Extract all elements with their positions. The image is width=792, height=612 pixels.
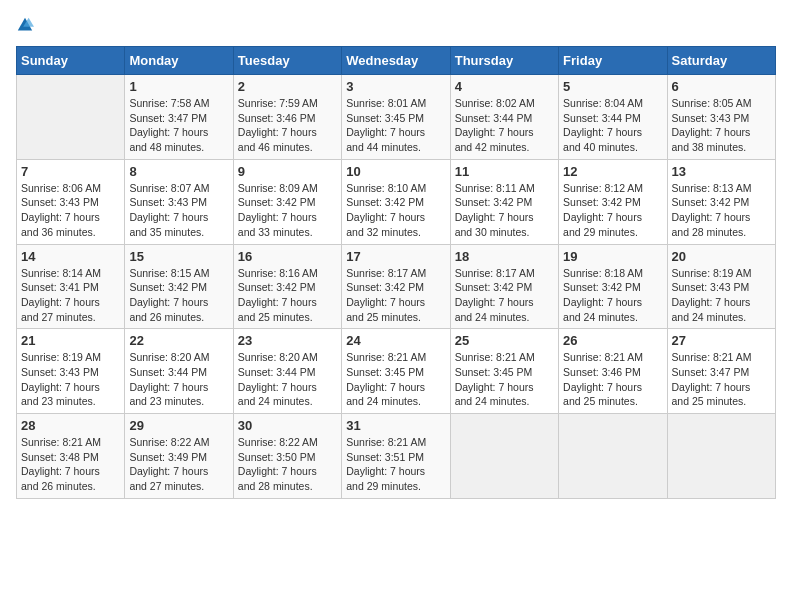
- day-info: Sunrise: 8:15 AMSunset: 3:42 PMDaylight:…: [129, 266, 228, 325]
- day-cell: 15Sunrise: 8:15 AMSunset: 3:42 PMDayligh…: [125, 244, 233, 329]
- day-cell: 4Sunrise: 8:02 AMSunset: 3:44 PMDaylight…: [450, 75, 558, 160]
- day-number: 24: [346, 333, 445, 348]
- day-info: Sunrise: 8:21 AMSunset: 3:45 PMDaylight:…: [455, 350, 554, 409]
- day-info: Sunrise: 8:17 AMSunset: 3:42 PMDaylight:…: [455, 266, 554, 325]
- day-cell: [450, 414, 558, 499]
- day-number: 15: [129, 249, 228, 264]
- day-cell: 24Sunrise: 8:21 AMSunset: 3:45 PMDayligh…: [342, 329, 450, 414]
- day-number: 25: [455, 333, 554, 348]
- day-number: 6: [672, 79, 771, 94]
- day-info: Sunrise: 8:20 AMSunset: 3:44 PMDaylight:…: [238, 350, 337, 409]
- day-number: 12: [563, 164, 662, 179]
- day-info: Sunrise: 8:16 AMSunset: 3:42 PMDaylight:…: [238, 266, 337, 325]
- day-number: 1: [129, 79, 228, 94]
- day-cell: [17, 75, 125, 160]
- day-number: 17: [346, 249, 445, 264]
- day-cell: 7Sunrise: 8:06 AMSunset: 3:43 PMDaylight…: [17, 159, 125, 244]
- day-cell: 29Sunrise: 8:22 AMSunset: 3:49 PMDayligh…: [125, 414, 233, 499]
- week-row-1: 1Sunrise: 7:58 AMSunset: 3:47 PMDaylight…: [17, 75, 776, 160]
- day-number: 19: [563, 249, 662, 264]
- day-cell: 1Sunrise: 7:58 AMSunset: 3:47 PMDaylight…: [125, 75, 233, 160]
- day-info: Sunrise: 8:21 AMSunset: 3:48 PMDaylight:…: [21, 435, 120, 494]
- day-info: Sunrise: 8:22 AMSunset: 3:49 PMDaylight:…: [129, 435, 228, 494]
- day-cell: 9Sunrise: 8:09 AMSunset: 3:42 PMDaylight…: [233, 159, 341, 244]
- day-number: 26: [563, 333, 662, 348]
- day-number: 30: [238, 418, 337, 433]
- day-number: 20: [672, 249, 771, 264]
- day-cell: [667, 414, 775, 499]
- week-row-4: 21Sunrise: 8:19 AMSunset: 3:43 PMDayligh…: [17, 329, 776, 414]
- day-cell: 6Sunrise: 8:05 AMSunset: 3:43 PMDaylight…: [667, 75, 775, 160]
- day-info: Sunrise: 8:21 AMSunset: 3:45 PMDaylight:…: [346, 350, 445, 409]
- day-number: 4: [455, 79, 554, 94]
- day-number: 8: [129, 164, 228, 179]
- day-cell: 23Sunrise: 8:20 AMSunset: 3:44 PMDayligh…: [233, 329, 341, 414]
- day-info: Sunrise: 8:06 AMSunset: 3:43 PMDaylight:…: [21, 181, 120, 240]
- day-info: Sunrise: 8:04 AMSunset: 3:44 PMDaylight:…: [563, 96, 662, 155]
- day-info: Sunrise: 8:13 AMSunset: 3:42 PMDaylight:…: [672, 181, 771, 240]
- day-cell: 26Sunrise: 8:21 AMSunset: 3:46 PMDayligh…: [559, 329, 667, 414]
- day-info: Sunrise: 8:21 AMSunset: 3:47 PMDaylight:…: [672, 350, 771, 409]
- day-number: 29: [129, 418, 228, 433]
- day-info: Sunrise: 8:05 AMSunset: 3:43 PMDaylight:…: [672, 96, 771, 155]
- day-number: 7: [21, 164, 120, 179]
- header-day-saturday: Saturday: [667, 47, 775, 75]
- day-info: Sunrise: 8:22 AMSunset: 3:50 PMDaylight:…: [238, 435, 337, 494]
- day-info: Sunrise: 8:09 AMSunset: 3:42 PMDaylight:…: [238, 181, 337, 240]
- day-number: 13: [672, 164, 771, 179]
- day-number: 14: [21, 249, 120, 264]
- day-number: 9: [238, 164, 337, 179]
- day-number: 18: [455, 249, 554, 264]
- day-info: Sunrise: 8:21 AMSunset: 3:46 PMDaylight:…: [563, 350, 662, 409]
- day-cell: 20Sunrise: 8:19 AMSunset: 3:43 PMDayligh…: [667, 244, 775, 329]
- header-day-friday: Friday: [559, 47, 667, 75]
- day-cell: 16Sunrise: 8:16 AMSunset: 3:42 PMDayligh…: [233, 244, 341, 329]
- day-number: 31: [346, 418, 445, 433]
- logo: [16, 16, 36, 38]
- day-cell: 14Sunrise: 8:14 AMSunset: 3:41 PMDayligh…: [17, 244, 125, 329]
- day-number: 27: [672, 333, 771, 348]
- day-cell: 25Sunrise: 8:21 AMSunset: 3:45 PMDayligh…: [450, 329, 558, 414]
- header-day-wednesday: Wednesday: [342, 47, 450, 75]
- header-day-tuesday: Tuesday: [233, 47, 341, 75]
- week-row-2: 7Sunrise: 8:06 AMSunset: 3:43 PMDaylight…: [17, 159, 776, 244]
- day-info: Sunrise: 8:12 AMSunset: 3:42 PMDaylight:…: [563, 181, 662, 240]
- day-info: Sunrise: 8:10 AMSunset: 3:42 PMDaylight:…: [346, 181, 445, 240]
- day-cell: 5Sunrise: 8:04 AMSunset: 3:44 PMDaylight…: [559, 75, 667, 160]
- day-cell: 28Sunrise: 8:21 AMSunset: 3:48 PMDayligh…: [17, 414, 125, 499]
- day-cell: 10Sunrise: 8:10 AMSunset: 3:42 PMDayligh…: [342, 159, 450, 244]
- day-info: Sunrise: 8:17 AMSunset: 3:42 PMDaylight:…: [346, 266, 445, 325]
- day-number: 10: [346, 164, 445, 179]
- day-number: 2: [238, 79, 337, 94]
- day-info: Sunrise: 8:21 AMSunset: 3:51 PMDaylight:…: [346, 435, 445, 494]
- day-number: 5: [563, 79, 662, 94]
- header-row: SundayMondayTuesdayWednesdayThursdayFrid…: [17, 47, 776, 75]
- week-row-5: 28Sunrise: 8:21 AMSunset: 3:48 PMDayligh…: [17, 414, 776, 499]
- header-day-sunday: Sunday: [17, 47, 125, 75]
- page-header: [16, 16, 776, 38]
- day-info: Sunrise: 7:59 AMSunset: 3:46 PMDaylight:…: [238, 96, 337, 155]
- day-cell: 18Sunrise: 8:17 AMSunset: 3:42 PMDayligh…: [450, 244, 558, 329]
- day-cell: 27Sunrise: 8:21 AMSunset: 3:47 PMDayligh…: [667, 329, 775, 414]
- day-cell: 8Sunrise: 8:07 AMSunset: 3:43 PMDaylight…: [125, 159, 233, 244]
- calendar-table: SundayMondayTuesdayWednesdayThursdayFrid…: [16, 46, 776, 499]
- day-info: Sunrise: 8:18 AMSunset: 3:42 PMDaylight:…: [563, 266, 662, 325]
- day-cell: [559, 414, 667, 499]
- day-info: Sunrise: 8:01 AMSunset: 3:45 PMDaylight:…: [346, 96, 445, 155]
- day-info: Sunrise: 8:07 AMSunset: 3:43 PMDaylight:…: [129, 181, 228, 240]
- day-cell: 2Sunrise: 7:59 AMSunset: 3:46 PMDaylight…: [233, 75, 341, 160]
- logo-icon: [16, 16, 34, 34]
- day-info: Sunrise: 8:11 AMSunset: 3:42 PMDaylight:…: [455, 181, 554, 240]
- day-cell: 13Sunrise: 8:13 AMSunset: 3:42 PMDayligh…: [667, 159, 775, 244]
- day-info: Sunrise: 8:20 AMSunset: 3:44 PMDaylight:…: [129, 350, 228, 409]
- day-info: Sunrise: 8:14 AMSunset: 3:41 PMDaylight:…: [21, 266, 120, 325]
- day-number: 3: [346, 79, 445, 94]
- header-day-thursday: Thursday: [450, 47, 558, 75]
- day-cell: 30Sunrise: 8:22 AMSunset: 3:50 PMDayligh…: [233, 414, 341, 499]
- day-cell: 19Sunrise: 8:18 AMSunset: 3:42 PMDayligh…: [559, 244, 667, 329]
- day-cell: 21Sunrise: 8:19 AMSunset: 3:43 PMDayligh…: [17, 329, 125, 414]
- day-cell: 22Sunrise: 8:20 AMSunset: 3:44 PMDayligh…: [125, 329, 233, 414]
- day-number: 11: [455, 164, 554, 179]
- week-row-3: 14Sunrise: 8:14 AMSunset: 3:41 PMDayligh…: [17, 244, 776, 329]
- day-number: 16: [238, 249, 337, 264]
